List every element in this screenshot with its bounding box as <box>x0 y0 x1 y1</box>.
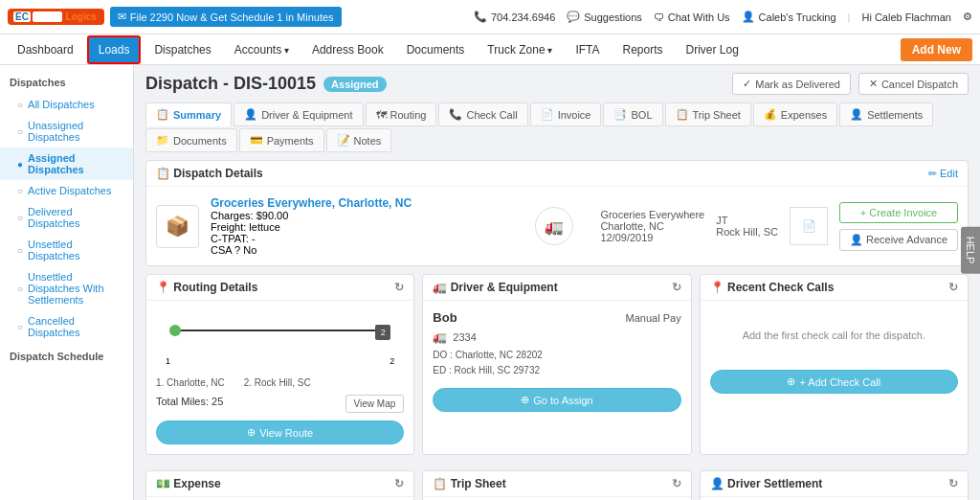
header-actions: ✓ Mark as Delivered ✕ Cancel Dispatch <box>732 73 969 95</box>
driver-name-row: Bob Manual Pay <box>433 310 680 325</box>
driver-title: 🚛 Driver & Equipment <box>433 281 557 294</box>
nav-address-book[interactable]: Address Book <box>302 37 393 62</box>
details-icon: 📋 <box>156 167 170 180</box>
view-map-button[interactable]: View Map <box>345 395 405 413</box>
driver-header: 🚛 Driver & Equipment ↻ <box>423 275 690 301</box>
check-calls-header: 📍 Recent Check Calls ↻ <box>701 275 968 301</box>
sidebar-item-unsettled[interactable]: Unsettled Dispatches <box>0 234 133 266</box>
settlement-title: 👤 Driver Settlement <box>710 477 823 490</box>
routing-icon: 🗺 <box>376 109 387 121</box>
sidebar-item-delivered[interactable]: Delivered Dispatches <box>0 201 133 234</box>
truck-icon: 🚛 <box>535 207 573 245</box>
sidebar-item-unsettled-settlements[interactable]: Unsettled Dispatches With Settlements <box>0 266 133 310</box>
help-tab[interactable]: HELP <box>961 227 980 274</box>
routing-card: 📍 Routing Details ↻ 2 1 2 1. Charlotte, … <box>145 274 414 455</box>
receive-advance-button[interactable]: 👤 Receive Advance <box>839 229 958 251</box>
nav-driver-log[interactable]: Driver Log <box>677 37 748 62</box>
check-calls-refresh[interactable]: ↻ <box>948 281 958 294</box>
dispatch-center: 🚛 Groceries Everywhere Charlotte, NC 12/… <box>535 207 704 245</box>
nav-dispatches[interactable]: Dispatches <box>145 37 220 62</box>
expenses-icon: 💰 <box>764 108 777 121</box>
route-label-2: 2 <box>390 356 394 366</box>
edit-link[interactable]: ✏ Edit <box>928 168 958 180</box>
mark-delivered-button[interactable]: ✓ Mark as Delivered <box>732 73 851 95</box>
expense-refresh[interactable]: ↻ <box>394 477 404 490</box>
sidebar-item-assigned[interactable]: Assigned Dispatches <box>0 148 133 180</box>
promo-button[interactable]: ✉ File 2290 Now & Get Schedule 1 in Minu… <box>110 7 342 27</box>
nav-reports[interactable]: Reports <box>613 37 673 62</box>
stop2: 2. Rock Hill, SC <box>244 377 311 388</box>
tab-notes[interactable]: 📝 Notes <box>326 128 392 152</box>
page-title: Dispatch - DIS-10015 Assigned <box>145 74 387 94</box>
chat-link[interactable]: 🗨 Chat With Us <box>654 11 730 23</box>
trip-sheet-icon: 📋 <box>433 477 447 490</box>
create-invoice-button[interactable]: + Create Invoice <box>839 202 958 223</box>
nav-loads[interactable]: Loads <box>87 35 142 64</box>
nav-dashboard[interactable]: Dashboard <box>8 37 83 62</box>
top-bar-middle: 📞 704.234.6946 💬 Suggestions 🗨 Chat With… <box>474 11 972 23</box>
sidebar-item-unassigned[interactable]: Unassigned Dispatches <box>0 115 133 148</box>
bottom-grid: 💵 Expense ↻ No Expense added for this di… <box>145 470 969 500</box>
tab-payments[interactable]: 💳 Payments <box>239 128 324 152</box>
add-check-call-button[interactable]: ⊕ + Add Check Call <box>710 370 958 394</box>
gear-icon[interactable]: ⚙ <box>963 11 972 23</box>
tab-check-call[interactable]: 📞 Check Call <box>438 102 527 126</box>
divider: | <box>848 11 851 23</box>
tabs: 📋 Summary 👤 Driver & Equipment 🗺 Routing… <box>145 102 969 152</box>
nav-documents[interactable]: Documents <box>397 37 475 62</box>
view-route-button[interactable]: ⊕ View Route <box>156 420 404 444</box>
dispatch-details-row: 📦 Groceries Everywhere, Charlotte, NC Ch… <box>156 196 958 256</box>
sidebar-item-active[interactable]: Active Dispatches <box>0 180 133 201</box>
nav-truck-zone[interactable]: Truck Zone <box>478 37 562 62</box>
company-name: 👤 Caleb's Trucking <box>742 11 836 23</box>
user-icon: 👤 <box>850 234 863 246</box>
nav-ifta[interactable]: IFTA <box>566 37 609 62</box>
summary-icon: 📋 <box>156 108 169 121</box>
phone-icon: 📞 <box>449 108 462 121</box>
promo-label: File 2290 Now & Get Schedule 1 in Minute… <box>130 11 334 23</box>
invoice-buttons: + Create Invoice 👤 Receive Advance <box>839 202 958 251</box>
dispatch-location: Groceries Everywhere Charlotte, NC 12/09… <box>600 209 704 243</box>
settlement-refresh[interactable]: ↻ <box>948 477 958 490</box>
tab-bol[interactable]: 📑 BOL <box>603 102 662 126</box>
dispatch-details-title: 📋 Dispatch Details <box>156 167 263 180</box>
invoice-actions: 📄 <box>790 207 828 245</box>
content-area: Dispatch - DIS-10015 Assigned ✓ Mark as … <box>134 65 980 500</box>
route-line <box>175 330 385 331</box>
driver-info: JT Rock Hill, SC <box>716 215 778 238</box>
sidebar-item-all-dispatches[interactable]: All Dispatches <box>0 94 133 115</box>
route-start-dot <box>169 325 181 336</box>
dest-city: Charlotte, NC <box>600 220 704 232</box>
sidebar-item-cancelled[interactable]: Cancelled Dispatches <box>0 310 133 343</box>
driver-loc: Rock Hill, SC <box>716 226 778 238</box>
refresh-icon[interactable]: ↻ <box>394 281 404 294</box>
tab-documents[interactable]: 📁 Documents <box>145 128 237 152</box>
cancel-dispatch-button[interactable]: ✕ Cancel Dispatch <box>858 73 969 95</box>
routing-body: 2 1 2 1. Charlotte, NC 2. Rock Hill, SC … <box>146 301 413 454</box>
ec-badge: EC <box>13 11 31 22</box>
bol-icon: 📑 <box>613 108 627 121</box>
trip-sheet-refresh[interactable]: ↻ <box>672 477 681 490</box>
expense-icon: 💵 <box>156 477 170 490</box>
charges: Charges: $90.00 <box>211 210 288 221</box>
tab-driver-equipment[interactable]: 👤 Driver & Equipment <box>234 102 363 126</box>
tab-invoice[interactable]: 📄 Invoice <box>530 102 602 126</box>
tab-routing[interactable]: 🗺 Routing <box>366 102 437 126</box>
documents-icon: 📁 <box>156 134 169 147</box>
tab-trip-sheet[interactable]: 📋 Trip Sheet <box>665 102 751 126</box>
dest-company: Groceries Everywhere <box>600 209 704 220</box>
three-col-grid: 📍 Routing Details ↻ 2 1 2 1. Charlotte, … <box>145 274 969 463</box>
add-new-button[interactable]: Add New <box>901 38 972 61</box>
tab-expenses[interactable]: 💰 Expenses <box>753 102 837 126</box>
driver-refresh-icon[interactable]: ↻ <box>672 281 681 294</box>
go-assign-button[interactable]: ⊕ Go to Assign <box>433 388 680 412</box>
nav-accounts[interactable]: Accounts <box>225 37 299 62</box>
suggestions-link[interactable]: 💬 Suggestions <box>567 11 642 23</box>
phone-link[interactable]: 📞 704.234.6946 <box>474 11 555 23</box>
tab-settlements[interactable]: 👤 Settlements <box>839 102 933 126</box>
delivery-date: 12/09/2019 <box>600 232 704 243</box>
company-link[interactable]: Groceries Everywhere, Charlotte, NC <box>211 196 412 210</box>
dispatch-title: Dispatch - DIS-10015 <box>145 74 316 94</box>
stop1: 1. Charlotte, NC <box>156 377 225 388</box>
tab-summary[interactable]: 📋 Summary <box>145 102 232 126</box>
